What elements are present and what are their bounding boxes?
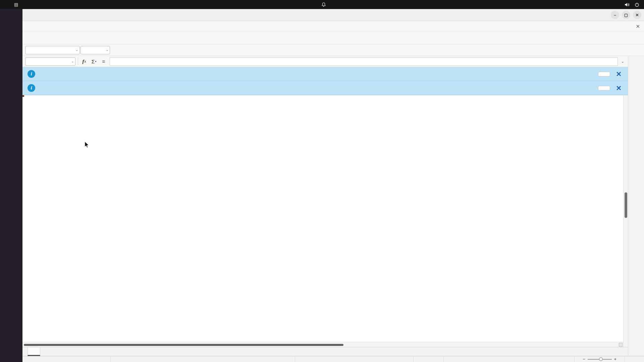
formula-bar: ⌄ fx Σ ▾ = ⌄	[22, 56, 628, 67]
chevron-down-icon: ⌄	[106, 48, 108, 52]
formula-icon[interactable]: =	[100, 57, 107, 65]
page-style-status[interactable]	[111, 356, 295, 362]
title-bar[interactable]: – ▢ ✕	[22, 9, 644, 21]
horizontal-scrollbar[interactable]	[22, 342, 623, 347]
notification-bar-donate: i ✕	[22, 81, 628, 95]
average-sum-status[interactable]	[444, 356, 575, 362]
donate-button[interactable]	[598, 86, 610, 90]
formula-input[interactable]	[110, 57, 618, 66]
menu-bar: ✕	[22, 21, 644, 32]
split-handle[interactable]	[619, 343, 623, 347]
zoom-level[interactable]	[625, 356, 644, 362]
language-status[interactable]	[295, 356, 414, 362]
font-size-combobox[interactable]: ⌄	[80, 46, 110, 54]
close-icon[interactable]: ✕	[614, 70, 623, 78]
sheet-tab-bar	[22, 347, 628, 356]
expand-formula-bar-icon[interactable]: ⌄	[620, 59, 625, 64]
dock	[0, 9, 22, 362]
minimize-button[interactable]: –	[611, 11, 619, 19]
font-name-combobox[interactable]: ⌄	[25, 46, 80, 54]
notification-bar-getinvolved: i ✕	[22, 67, 628, 81]
tab-sheet1[interactable]	[28, 347, 40, 356]
chevron-down-icon: ⌄	[71, 60, 74, 63]
power-icon[interactable]	[635, 2, 639, 7]
sheet-number-status[interactable]	[22, 356, 111, 362]
name-box[interactable]: ⌄	[25, 57, 75, 66]
standard-toolbar	[22, 32, 644, 44]
zoom-slider-handle[interactable]	[599, 357, 603, 361]
formatting-toolbar: ⌄ ⌄	[22, 44, 644, 56]
zoom-slider[interactable]: − +	[575, 356, 625, 362]
zoom-slider-track[interactable]	[588, 359, 612, 360]
zoom-out-icon[interactable]: −	[583, 357, 585, 362]
sidebar	[628, 56, 644, 356]
topbar-app-name[interactable]: ▤	[14, 2, 20, 7]
function-wizard-icon[interactable]: fx	[80, 57, 88, 65]
zoom-in-icon[interactable]: +	[614, 357, 616, 362]
top-bar: ▤	[0, 0, 644, 9]
close-icon[interactable]: ✕	[614, 84, 623, 92]
spreadsheet-grid	[22, 95, 623, 342]
info-icon: i	[28, 70, 35, 78]
close-button[interactable]: ✕	[633, 11, 641, 19]
cell-cursor	[22, 95, 24, 97]
restore-button[interactable]: ▢	[622, 11, 630, 19]
chevron-down-icon: ⌄	[75, 48, 78, 52]
libreoffice-calc-window: – ▢ ✕ ✕ ⌄ ⌄ ⌄ fx Σ ▾	[22, 9, 644, 362]
info-icon: i	[28, 84, 35, 92]
sum-icon[interactable]: Σ ▾	[90, 57, 98, 65]
close-document-icon[interactable]: ✕	[636, 23, 640, 29]
volume-icon[interactable]	[625, 2, 630, 7]
get-involved-button[interactable]	[598, 72, 610, 76]
vertical-scrollbar[interactable]	[623, 95, 628, 347]
calc-app-icon: ▤	[14, 2, 18, 7]
mouse-pointer	[84, 141, 90, 148]
vertical-scrollbar-thumb[interactable]	[625, 192, 627, 218]
notification-bell-icon	[322, 2, 326, 7]
status-bar: − +	[22, 356, 644, 362]
horizontal-scrollbar-thumb[interactable]	[24, 344, 343, 346]
status-icons[interactable]	[414, 356, 444, 362]
